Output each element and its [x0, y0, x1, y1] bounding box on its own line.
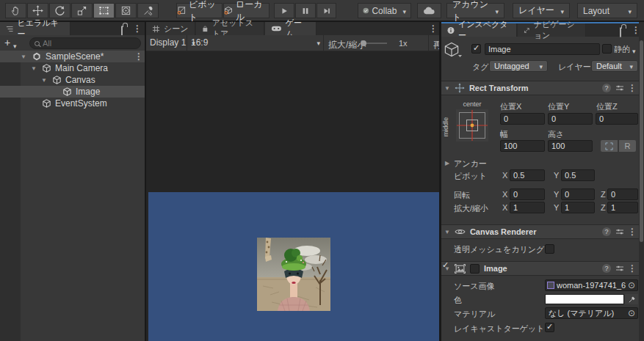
- foldout-open-icon[interactable]: [31, 65, 37, 72]
- rotation-x-field[interactable]: [510, 188, 545, 200]
- custom-tools-button[interactable]: [137, 3, 159, 18]
- rotate-tool-button[interactable]: [49, 3, 70, 18]
- pos-y-field[interactable]: [548, 113, 593, 125]
- pos-z-field[interactable]: [596, 113, 638, 125]
- maximize-on-play-clipped-label[interactable]: 再: [433, 39, 439, 51]
- hierarchy-panel: ヒエラルキー + SampleScene* Main Camera Canvas…: [0, 22, 145, 341]
- tree-item-scene[interactable]: SampleScene*: [0, 51, 145, 62]
- static-dropdown-icon[interactable]: [632, 46, 636, 55]
- zoom-slider-knob[interactable]: [361, 40, 366, 46]
- blueprint-mode-button[interactable]: [601, 140, 618, 152]
- tab-navigation[interactable]: ナビゲーション: [518, 23, 586, 37]
- gameobject-icon[interactable]: [444, 42, 462, 58]
- layer-dropdown[interactable]: Default: [591, 60, 638, 72]
- canvas-renderer-header[interactable]: Canvas Renderer: [441, 224, 639, 239]
- move-tool-button[interactable]: [27, 3, 48, 18]
- foldout-open-icon[interactable]: [444, 85, 450, 92]
- tree-item-image-selected[interactable]: Image: [0, 86, 145, 98]
- game-viewport[interactable]: [148, 192, 439, 341]
- raycast-target-checkbox[interactable]: [545, 323, 554, 332]
- axis-x-label: X: [502, 171, 507, 180]
- tab-game[interactable]: ゲーム: [265, 22, 316, 35]
- object-picker-icon[interactable]: [626, 280, 637, 290]
- component-menu-icon[interactable]: [629, 83, 636, 93]
- tab-hierarchy[interactable]: ヒエラルキー: [0, 22, 70, 35]
- collab-check-icon: [363, 6, 369, 15]
- presets-icon[interactable]: [615, 264, 624, 273]
- aspect-ratio-dropdown[interactable]: 16:9: [191, 37, 320, 48]
- hierarchy-search-box[interactable]: [29, 37, 141, 49]
- help-icon[interactable]: [602, 264, 611, 273]
- rect-transform-header[interactable]: Rect Transform: [441, 81, 639, 95]
- image-component-header[interactable]: Image: [441, 261, 639, 276]
- pivot-y-field[interactable]: [561, 169, 595, 181]
- source-image-object-field[interactable]: woman-1974741_6: [545, 279, 638, 291]
- play-button[interactable]: [274, 3, 294, 18]
- add-gameobject-button[interactable]: +: [4, 37, 10, 48]
- cloud-button[interactable]: [417, 3, 441, 18]
- presets-icon[interactable]: [615, 227, 624, 236]
- hand-tool-button[interactable]: [5, 3, 26, 18]
- component-menu-icon[interactable]: [629, 263, 636, 274]
- material-object-field[interactable]: なし (マテリアル): [545, 307, 638, 319]
- width-field[interactable]: [500, 140, 545, 152]
- local-toggle-button[interactable]: ローカル: [223, 3, 269, 18]
- active-checkbox[interactable]: [471, 44, 481, 54]
- eyedropper-button[interactable]: [625, 294, 638, 304]
- scale-y-field[interactable]: [561, 202, 595, 213]
- anchor-preset-widget[interactable]: [456, 109, 488, 142]
- pos-x-field[interactable]: [500, 113, 545, 125]
- raw-edit-mode-button[interactable]: R: [619, 140, 636, 152]
- lock-icon[interactable]: [121, 26, 123, 35]
- tab-inspector[interactable]: インスペクター: [441, 23, 517, 37]
- component-enabled-checkbox[interactable]: [470, 264, 480, 274]
- rotation-y-field[interactable]: [561, 188, 595, 200]
- zoom-slider-track[interactable]: [366, 43, 387, 44]
- height-field[interactable]: [548, 140, 593, 152]
- static-checkbox[interactable]: [602, 44, 612, 54]
- layers-dropdown[interactable]: レイヤー: [513, 3, 570, 18]
- pivot-toggle-button[interactable]: ピボット: [176, 3, 222, 18]
- scale-z-field[interactable]: [607, 202, 638, 213]
- hierarchy-search-input[interactable]: [43, 39, 123, 48]
- foldout-open-icon[interactable]: [41, 77, 47, 84]
- tab-scene[interactable]: シーン: [146, 22, 195, 35]
- color-swatch[interactable]: [545, 294, 624, 304]
- pivot-x-field[interactable]: [510, 169, 545, 181]
- tag-dropdown[interactable]: Untagged: [489, 60, 548, 72]
- chevron-down-icon[interactable]: [13, 41, 17, 50]
- tree-item-main-camera[interactable]: Main Camera: [0, 62, 145, 74]
- pause-button[interactable]: [295, 3, 316, 18]
- layout-dropdown[interactable]: Layout: [577, 3, 637, 18]
- presets-icon[interactable]: [615, 84, 624, 92]
- tree-item-eventsystem[interactable]: EventSystem: [0, 98, 145, 109]
- tree-item-canvas[interactable]: Canvas: [0, 74, 145, 86]
- inspector-scrollbar[interactable]: [639, 22, 644, 341]
- cull-transparent-mesh-checkbox[interactable]: [545, 244, 554, 254]
- collab-dropdown[interactable]: Collab: [358, 3, 411, 18]
- rotation-z-field[interactable]: [607, 188, 638, 200]
- game-menu-icon[interactable]: [430, 23, 437, 34]
- scale-tool-button[interactable]: [71, 3, 93, 18]
- display-dropdown[interactable]: Display 1: [150, 37, 195, 48]
- gameobject-name-field[interactable]: [485, 43, 600, 55]
- help-icon[interactable]: [602, 84, 611, 92]
- rect-tool-button[interactable]: [93, 3, 115, 18]
- transform-tool-button[interactable]: [115, 3, 137, 18]
- lock-icon[interactable]: [620, 28, 621, 37]
- object-picker-icon[interactable]: [626, 308, 637, 318]
- help-icon[interactable]: [602, 227, 611, 236]
- component-menu-icon[interactable]: [629, 227, 636, 237]
- foldout-open-icon[interactable]: [21, 54, 26, 60]
- foldout-open-icon[interactable]: [444, 229, 450, 235]
- tab-asset-store[interactable]: アセットストア: [196, 22, 264, 35]
- scale-x-field[interactable]: [510, 202, 545, 213]
- scene-menu-icon[interactable]: [135, 51, 142, 62]
- foldout-closed-icon[interactable]: [445, 160, 449, 166]
- step-button[interactable]: [316, 3, 336, 18]
- hierarchy-menu-icon[interactable]: [134, 23, 141, 34]
- account-dropdown[interactable]: アカウント: [446, 3, 504, 18]
- step-icon: [322, 7, 331, 15]
- search-icon: [35, 41, 40, 46]
- inspector-scrollbar-thumb[interactable]: [640, 40, 643, 242]
